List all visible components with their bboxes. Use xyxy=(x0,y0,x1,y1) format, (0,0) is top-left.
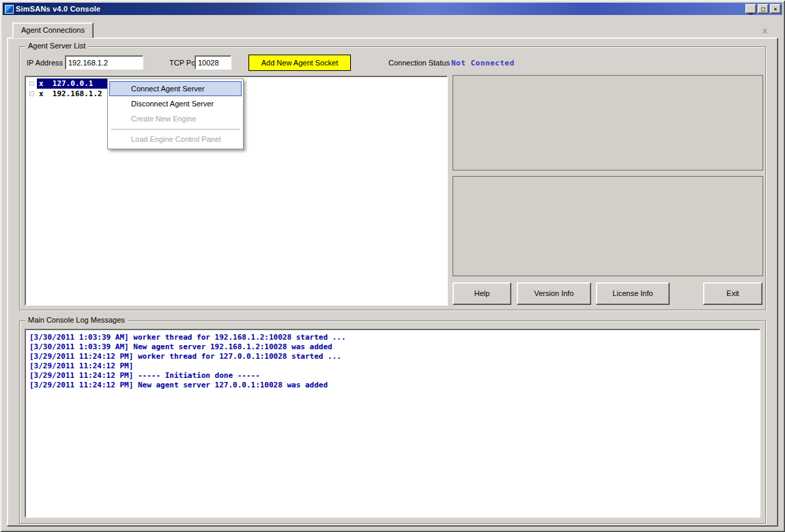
tree-node-icon xyxy=(29,91,34,96)
app-window: SimSANs v4.0 Console _ □ ✕ Agent Connect… xyxy=(0,0,785,532)
license-info-button[interactable]: License Info xyxy=(596,282,670,305)
log-line: [3/29/2011 11:24:12 PM] New agent server… xyxy=(29,381,756,390)
context-menu: Connect Agent Server Disconnect Agent Se… xyxy=(107,78,244,149)
menu-item-label: Load Engine Control Panel xyxy=(131,135,220,143)
agent-field-row: IP Address TCP Port Add New Agent Socket… xyxy=(20,55,765,71)
maximize-icon: □ xyxy=(761,6,765,12)
tab-agent-connections[interactable]: Agent Connections xyxy=(12,23,94,38)
maximize-button[interactable]: □ xyxy=(758,4,769,14)
minimize-button[interactable]: _ xyxy=(745,4,756,14)
log-line: [3/29/2011 11:24:12 PM] worker thread fo… xyxy=(29,352,756,361)
log-line: [3/29/2011 11:24:12 PM] xyxy=(29,361,756,371)
console-log-group-label: Main Console Log Messages xyxy=(25,316,128,324)
ip-address-label: IP Address xyxy=(27,59,63,67)
tcp-port-input[interactable] xyxy=(195,55,231,70)
menu-item[interactable]: Create New Engine xyxy=(109,111,242,126)
window-title: SimSANs v4.0 Console xyxy=(16,5,744,13)
app-icon xyxy=(5,5,14,14)
version-info-button[interactable]: Version Info xyxy=(517,282,591,305)
ip-address-input[interactable] xyxy=(65,55,143,70)
menu-item-label: Connect Agent Server xyxy=(131,85,205,93)
connection-status-value: Not Connected xyxy=(451,59,515,68)
agent-server-list-group-label: Agent Server List xyxy=(25,42,88,50)
menu-item[interactable]: Load Engine Control Panel xyxy=(109,132,242,147)
tab-close-icon[interactable]: x xyxy=(762,26,767,35)
close-button[interactable]: ✕ xyxy=(770,4,781,14)
tab-label: Agent Connections xyxy=(21,26,85,34)
console-log[interactable]: [3/30/2011 1:03:39 AM] worker thread for… xyxy=(25,329,760,518)
exit-button[interactable]: Exit xyxy=(703,282,762,305)
detail-panel-bottom xyxy=(453,176,763,276)
log-line: [3/29/2011 11:24:12 PM] ----- Initiation… xyxy=(29,371,756,381)
help-button[interactable]: Help xyxy=(453,282,511,305)
log-line: [3/30/2011 1:03:39 AM] worker thread for… xyxy=(29,333,756,342)
detail-panel-top xyxy=(453,75,763,171)
menu-item-label: Disconnect Agent Server xyxy=(131,100,214,108)
add-new-agent-socket-button[interactable]: Add New Agent Socket xyxy=(248,55,351,71)
minimize-icon: _ xyxy=(749,8,752,14)
title-bar[interactable]: SimSANs v4.0 Console _ □ ✕ xyxy=(3,3,782,15)
menu-item[interactable]: Disconnect Agent Server xyxy=(109,96,242,111)
menu-item-label: Create New Engine xyxy=(131,115,196,123)
connection-status-label: Connection Status xyxy=(388,59,450,67)
log-line: [3/30/2011 1:03:39 AM] New agent server … xyxy=(29,342,756,352)
close-icon: ✕ xyxy=(773,6,777,12)
console-log-group: Main Console Log Messages [3/30/2011 1:0… xyxy=(19,321,766,524)
menu-item[interactable]: Connect Agent Server xyxy=(109,81,242,96)
tree-node-icon xyxy=(29,81,34,86)
